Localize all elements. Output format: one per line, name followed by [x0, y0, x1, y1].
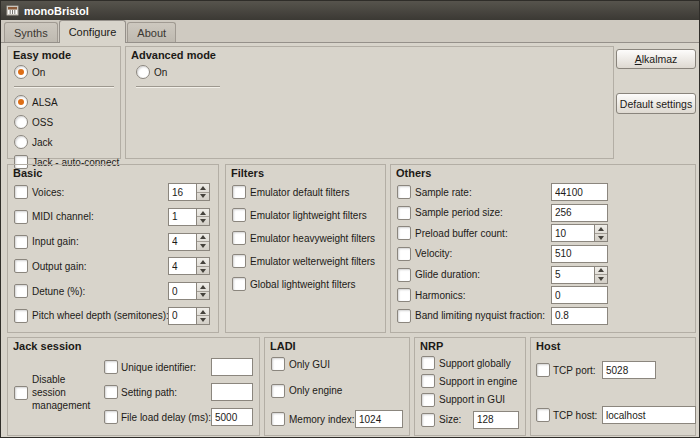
spin-up-icon[interactable] [197, 258, 209, 267]
midi-channel-checkbox[interactable] [14, 210, 28, 224]
others-rows: Sample rate: Sample period size: Preload… [391, 179, 695, 332]
pitch-wheel-depth-checkbox[interactable] [14, 309, 28, 323]
tab-synths[interactable]: Synths [4, 22, 58, 42]
spin-up-icon[interactable] [197, 184, 209, 193]
spin-up-icon[interactable] [197, 234, 209, 243]
nrp-size-row: Size: [421, 411, 519, 429]
driver-alsa-radio[interactable] [14, 95, 28, 109]
band-limiting-input[interactable] [551, 307, 608, 325]
spin-up-icon[interactable] [197, 283, 209, 292]
voices-checkbox[interactable] [14, 185, 28, 199]
spin-up-icon[interactable] [595, 225, 607, 234]
pitch-wheel-depth-input[interactable] [168, 307, 196, 325]
output-gain-checkbox[interactable] [14, 259, 28, 273]
basic-rows: Voices: MIDI channel: Inpu [8, 179, 218, 332]
setting-path-checkbox[interactable] [104, 385, 118, 399]
titlebar[interactable]: monoBristol [1, 1, 699, 20]
apply-button-label: Alkalmaz [617, 53, 695, 65]
disable-session-checkbox[interactable] [14, 386, 28, 400]
file-load-delay-checkbox[interactable] [104, 410, 118, 424]
sample-period-size-input[interactable] [551, 204, 608, 222]
spin-down-icon[interactable] [197, 267, 209, 275]
spin-down-icon[interactable] [197, 193, 209, 201]
spin-up-icon[interactable] [197, 308, 209, 317]
tcp-host-checkbox[interactable] [536, 408, 550, 422]
harmonics-input[interactable] [551, 286, 608, 304]
velocity-input[interactable] [551, 245, 608, 263]
advanced-on-radio[interactable] [136, 65, 150, 79]
nrp-size-checkbox[interactable] [421, 413, 435, 427]
harmonics-checkbox[interactable] [397, 288, 411, 302]
spin-up-icon[interactable] [197, 209, 209, 218]
spin-down-icon[interactable] [197, 316, 209, 324]
emulator-welterweight-filters-label: Emulator welterweight filters [250, 256, 375, 267]
unique-identifier-input[interactable] [211, 358, 253, 376]
advanced-on-row: On [136, 65, 167, 79]
detune-checkbox[interactable] [14, 284, 28, 298]
only-engine-checkbox[interactable] [271, 384, 285, 398]
memory-index-checkbox[interactable] [271, 412, 285, 426]
input-gain-input[interactable] [168, 233, 196, 251]
detune-label: Detune (%): [32, 286, 164, 297]
support-in-gui-checkbox[interactable] [421, 393, 435, 407]
nrp-size-input[interactable] [473, 411, 519, 429]
spin-down-icon[interactable] [595, 275, 607, 283]
input-gain-checkbox[interactable] [14, 235, 28, 249]
spin-up-icon[interactable] [595, 267, 607, 276]
tcp-port-checkbox[interactable] [536, 363, 550, 377]
easy-on-row: On [14, 65, 114, 79]
advanced-mode-body: On [126, 61, 613, 158]
detune-input[interactable] [168, 282, 196, 300]
support-globally-checkbox[interactable] [421, 356, 435, 370]
glide-duration-checkbox[interactable] [397, 268, 411, 282]
sample-rate-checkbox[interactable] [397, 185, 411, 199]
preload-buffer-count-input[interactable] [551, 224, 594, 242]
emulator-heavyweight-filters-checkbox[interactable] [232, 231, 246, 245]
spin-down-icon[interactable] [197, 292, 209, 300]
preload-buffer-count-checkbox[interactable] [397, 226, 411, 240]
output-gain-input[interactable] [168, 257, 196, 275]
tab-about-label: About [137, 27, 166, 39]
only-gui-checkbox[interactable] [271, 357, 285, 371]
driver-oss-radio[interactable] [14, 115, 28, 129]
sample-rate-label: Sample rate: [415, 187, 547, 198]
emulator-lightweight-filters-checkbox[interactable] [232, 208, 246, 222]
spin-down-icon[interactable] [197, 242, 209, 250]
velocity-checkbox[interactable] [397, 247, 411, 261]
tcp-port-input[interactable] [602, 361, 656, 379]
pitch-wheel-depth-spinbox [168, 307, 210, 325]
emulator-default-filters-row: Emulator default filters [232, 185, 379, 199]
unique-identifier-checkbox[interactable] [104, 360, 118, 374]
sample-rate-row: Sample rate: [397, 183, 689, 201]
tab-configure[interactable]: Configure [59, 20, 127, 43]
global-lightweight-filters-checkbox[interactable] [232, 277, 246, 291]
glide-duration-input[interactable] [551, 266, 594, 284]
tab-bar: Synths Configure About [1, 20, 699, 43]
spin-down-icon[interactable] [595, 234, 607, 242]
setting-path-label: Setting path: [121, 387, 208, 398]
global-lightweight-filters-row: Global lightweight filters [232, 277, 379, 291]
support-in-engine-checkbox[interactable] [421, 374, 435, 388]
driver-jack-radio[interactable] [14, 135, 28, 149]
setting-path-input[interactable] [211, 383, 253, 401]
spin-down-icon[interactable] [197, 217, 209, 225]
global-lightweight-filters-label: Global lightweight filters [250, 279, 356, 290]
emulator-welterweight-filters-checkbox[interactable] [232, 254, 246, 268]
emulator-default-filters-checkbox[interactable] [232, 185, 246, 199]
default-settings-button[interactable]: Default settings [616, 93, 696, 114]
sample-rate-input[interactable] [551, 183, 608, 201]
ladi-rows: Only GUI Only engine Memory index: [265, 352, 409, 435]
apply-button[interactable]: Alkalmaz [616, 49, 696, 69]
band-limiting-checkbox[interactable] [397, 309, 411, 323]
file-load-delay-input[interactable] [211, 408, 253, 426]
midi-channel-input[interactable] [168, 208, 196, 226]
tab-about[interactable]: About [127, 22, 176, 42]
preload-buffer-count-row: Preload buffer count: [397, 224, 689, 242]
tcp-host-input[interactable] [602, 406, 696, 424]
memory-index-input[interactable] [355, 410, 403, 428]
output-gain-row: Output gain: [14, 257, 210, 275]
sample-period-size-checkbox[interactable] [397, 206, 411, 220]
voices-input[interactable] [168, 183, 196, 201]
easy-on-radio[interactable] [14, 65, 28, 79]
file-load-delay-row: File load delay (ms): [104, 408, 253, 426]
